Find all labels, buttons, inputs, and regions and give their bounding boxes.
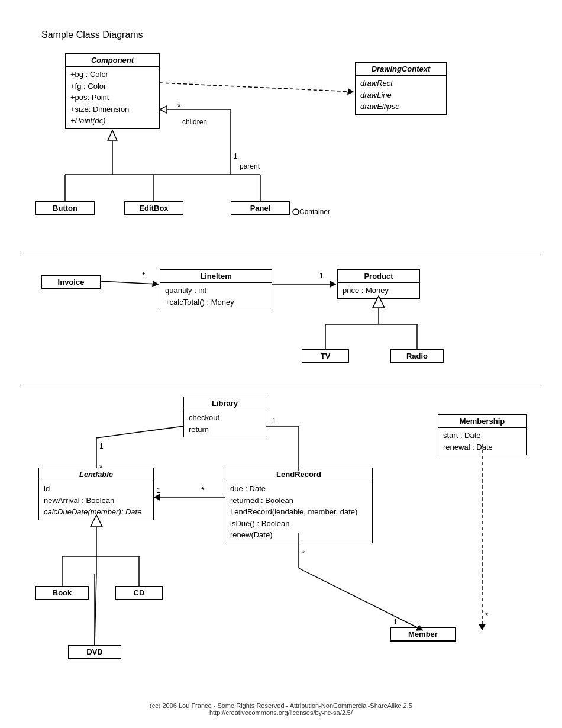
- component-class-name: Component: [66, 54, 159, 67]
- lineitem-class-body: quantity : int +calcTotal() : Money: [160, 283, 272, 310]
- library-class: Library checkout return: [183, 397, 266, 437]
- star-label-1: *: [177, 102, 181, 111]
- book-class-name: Book: [36, 587, 88, 600]
- component-attr-4: +size: Dimension: [70, 104, 154, 115]
- lendable-attr-2: newArrival : Boolean: [44, 495, 148, 507]
- one-lrm-label: 1: [393, 618, 398, 626]
- lendrecord-class: LendRecord due : Date returned : Boolean…: [225, 468, 373, 543]
- component-class: Component +bg : Color +fg : Color +pos: …: [65, 53, 160, 129]
- footer-line2: http://creativecommons.org/licenses/by-n…: [0, 709, 562, 716]
- product-class-body: price : Money: [338, 283, 419, 298]
- one-lib-label: 1: [272, 417, 276, 425]
- product-class: Product price : Money: [337, 269, 420, 299]
- one-label-1: 1: [234, 152, 238, 160]
- product-attr-1: price : Money: [343, 285, 415, 297]
- membership-class-body: start : Date renewal : Date: [438, 428, 526, 455]
- page: Sample Class Diagrams Component +bg : Co…: [0, 0, 562, 728]
- lineitem-attr-1: quantity : int: [165, 285, 267, 297]
- page-title: Sample Class Diagrams: [41, 30, 550, 40]
- component-attr-1: +bg : Color: [70, 69, 154, 80]
- lineitem-class: LineItem quantity : int +calcTotal() : M…: [160, 269, 272, 310]
- library-method-1: checkout: [189, 412, 261, 424]
- button-class: Button: [35, 201, 95, 215]
- editbox-class-name: EditBox: [125, 202, 183, 215]
- membership-class: Membership start : Date renewal : Date: [438, 414, 527, 455]
- drawingcontext-method-3: drawEllipse: [360, 101, 441, 112]
- lendable-attr-1: id: [44, 483, 148, 495]
- product-class-name: Product: [338, 270, 419, 283]
- inherit-triangle: [108, 130, 117, 141]
- drawingcontext-class: DrawingContext drawRect drawLine drawEll…: [355, 62, 447, 115]
- lineitem-class-name: LineItem: [160, 270, 272, 283]
- invoice-class: Invoice: [41, 275, 101, 289]
- one-lr-label: 1: [157, 487, 161, 495]
- children-arrow: [160, 106, 167, 113]
- button-class-name: Button: [36, 202, 94, 215]
- lendable-class-body: id newArrival : Boolean calcDueDate(memb…: [39, 481, 153, 520]
- drawingcontext-method-2: drawLine: [360, 89, 441, 101]
- lendrecord-attr-5: renew(Date): [230, 529, 367, 541]
- lendable-class-name: Lendable: [39, 468, 153, 481]
- dvd-class: DVD: [68, 645, 121, 659]
- children-label: children: [182, 118, 207, 126]
- lendrecord-attr-1: due : Date: [230, 483, 367, 495]
- one-label-d2: 1: [319, 272, 324, 280]
- star-lr-label: *: [201, 485, 205, 495]
- lineitem-attr-2: +calcTotal() : Money: [165, 297, 267, 308]
- membership-class-name: Membership: [438, 415, 526, 428]
- star-mem-label: *: [485, 611, 489, 620]
- container-label: Container: [299, 208, 330, 216]
- membership-attr-2: renewal : Date: [443, 442, 521, 453]
- footer: (cc) 2006 Lou Franco - Some Rights Reser…: [0, 702, 562, 716]
- member-class: Member: [390, 627, 456, 642]
- member-class-name: Member: [391, 628, 455, 641]
- lendrecord-to-member: [299, 568, 423, 630]
- radio-class-name: Radio: [391, 350, 443, 363]
- library-class-body: checkout return: [184, 410, 266, 437]
- one-lend-label: 1: [99, 442, 104, 450]
- component-attr-3: +pos: Point: [70, 92, 154, 104]
- component-to-drawingcontext: [160, 83, 354, 92]
- divider-2: [21, 385, 541, 385]
- cd-class: CD: [115, 586, 163, 600]
- drawingcontext-class-name: DrawingContext: [356, 63, 446, 76]
- library-method-2: return: [189, 424, 261, 436]
- panel-class-name: Panel: [231, 202, 289, 215]
- tv-class-name: TV: [302, 350, 348, 363]
- tv-class: TV: [302, 349, 349, 363]
- lendrecord-attr-3: LendRecord(lendable, member, date): [230, 506, 367, 518]
- footer-line1: (cc) 2006 Lou Franco - Some Rights Reser…: [0, 702, 562, 709]
- container-circle: [293, 209, 299, 215]
- membership-attr-1: start : Date: [443, 430, 521, 442]
- dvd-class-name: DVD: [69, 646, 121, 659]
- component-class-body: +bg : Color +fg : Color +pos: Point +siz…: [66, 67, 159, 128]
- lendrecord-attr-4: isDue() : Boolean: [230, 518, 367, 530]
- lendrecord-class-name: LendRecord: [225, 468, 372, 481]
- library-class-name: Library: [184, 397, 266, 410]
- drawingcontext-method-1: drawRect: [360, 78, 441, 89]
- parent-label: parent: [240, 162, 260, 170]
- lendable-to-dvd-v2: [95, 574, 96, 645]
- component-method: +Paint(dc): [70, 115, 154, 127]
- drawingcontext-class-body: drawRect drawLine drawEllipse: [356, 76, 446, 114]
- lendrecord-class-body: due : Date returned : Boolean LendRecord…: [225, 481, 372, 543]
- radio-class: Radio: [390, 349, 444, 363]
- lendable-class: Lendable id newArrival : Boolean calcDue…: [38, 468, 154, 520]
- book-class: Book: [35, 586, 89, 600]
- star-label-d2: *: [142, 270, 146, 280]
- editbox-class: EditBox: [124, 201, 183, 215]
- lendable-to-lib-line2: [96, 426, 183, 438]
- cd-class-name: CD: [116, 587, 162, 600]
- lendable-method: calcDueDate(member): Date: [44, 506, 148, 518]
- invoice-class-name: Invoice: [42, 276, 100, 289]
- star-lrm-label: *: [302, 549, 305, 558]
- lendrecord-attr-2: returned : Boolean: [230, 495, 367, 507]
- divider-1: [21, 255, 541, 255]
- component-attr-2: +fg : Color: [70, 80, 154, 92]
- invoice-to-lineitem: [101, 281, 159, 284]
- panel-class: Panel: [231, 201, 290, 215]
